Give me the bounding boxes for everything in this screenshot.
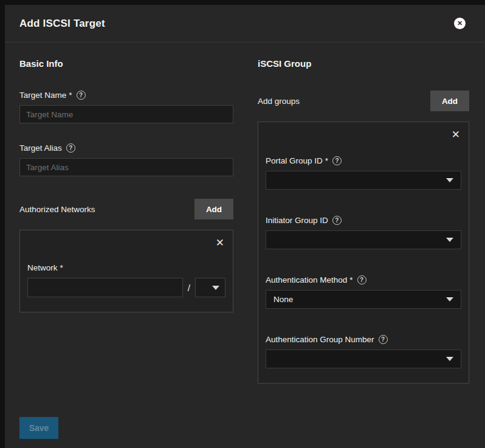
dialog-header: Add ISCSI Target ✕ xyxy=(5,5,485,43)
help-glyph: ? xyxy=(360,277,363,283)
target-name-label: Target Name xyxy=(19,91,66,100)
authentication-method-field: Authentication Method * ? None xyxy=(266,275,461,309)
help-glyph: ? xyxy=(69,145,72,151)
authorized-networks-row: Authorized Networks Add xyxy=(19,199,233,219)
help-icon[interactable]: ? xyxy=(357,275,366,284)
authentication-method-select[interactable]: None xyxy=(266,290,461,309)
iscsi-group-section: iSCSI Group Add groups Add ✕ Portal Grou… xyxy=(258,58,469,417)
target-alias-label-row: Target Alias ? xyxy=(19,143,233,153)
help-glyph: ? xyxy=(335,158,339,164)
authorized-networks-label: Authorized Networks xyxy=(19,205,95,214)
help-icon[interactable]: ? xyxy=(379,335,388,344)
remove-network-button[interactable]: ✕ xyxy=(215,236,225,249)
save-button[interactable]: Save xyxy=(19,417,58,439)
chevron-down-icon xyxy=(446,297,453,302)
required-marker: * xyxy=(325,156,328,165)
network-input[interactable] xyxy=(27,278,183,297)
close-dialog-button[interactable]: ✕ xyxy=(454,18,466,29)
dialog-title: Add ISCSI Target xyxy=(19,18,105,30)
dialog-body: Basic Info Target Name * ? Target Alias … xyxy=(5,43,485,417)
help-icon[interactable]: ? xyxy=(66,143,75,153)
initiator-group-id-select[interactable] xyxy=(266,230,461,249)
network-label-row: Network * xyxy=(27,263,225,272)
required-marker: * xyxy=(69,91,72,100)
network-card-close-row: ✕ xyxy=(27,236,225,249)
help-icon[interactable]: ? xyxy=(77,91,86,100)
help-icon[interactable]: ? xyxy=(332,216,342,225)
required-marker: * xyxy=(60,263,63,272)
required-marker: * xyxy=(349,275,353,284)
authentication-group-number-field: Authentication Group Number ? xyxy=(266,335,461,368)
add-groups-label: Add groups xyxy=(258,97,300,106)
initiator-group-id-label-row: Initiator Group ID ? xyxy=(266,216,461,225)
basic-info-title: Basic Info xyxy=(19,58,233,69)
authentication-method-value: None xyxy=(273,295,293,304)
basic-info-section: Basic Info Target Name * ? Target Alias … xyxy=(19,58,233,417)
authentication-group-number-select[interactable] xyxy=(266,350,461,368)
target-alias-label: Target Alias xyxy=(19,143,62,153)
dialog-footer: Save xyxy=(5,417,485,448)
authentication-group-number-label: Authentication Group Number xyxy=(266,335,374,344)
network-prefix-select[interactable] xyxy=(195,278,225,297)
target-name-input[interactable] xyxy=(19,105,233,123)
target-alias-input[interactable] xyxy=(19,158,233,176)
help-glyph: ? xyxy=(381,337,385,343)
close-icon: ✕ xyxy=(452,129,460,140)
chevron-down-icon xyxy=(446,238,453,242)
portal-group-id-label-row: Portal Group ID * ? xyxy=(266,156,461,165)
add-iscsi-target-dialog: Add ISCSI Target ✕ Basic Info Target Nam… xyxy=(5,5,485,448)
iscsi-group-card: ✕ Portal Group ID * ? xyxy=(258,122,469,384)
authentication-method-label: Authentication Method xyxy=(266,275,347,284)
portal-group-id-label: Portal Group ID xyxy=(266,156,323,165)
help-icon[interactable]: ? xyxy=(332,156,342,165)
initiator-group-id-field: Initiator Group ID ? xyxy=(266,216,461,249)
help-glyph: ? xyxy=(335,218,339,224)
authentication-group-number-label-row: Authentication Group Number ? xyxy=(266,335,461,344)
chevron-down-icon xyxy=(446,357,453,361)
iscsi-group-title: iSCSI Group xyxy=(258,58,469,69)
cidr-separator: / xyxy=(188,283,190,293)
portal-group-id-field: Portal Group ID * ? xyxy=(266,156,461,190)
chevron-down-icon xyxy=(446,178,453,182)
group-card-close-row: ✕ xyxy=(266,128,461,141)
target-name-label-row: Target Name * ? xyxy=(19,91,233,100)
add-network-button[interactable]: Add xyxy=(194,199,233,219)
help-glyph: ? xyxy=(79,92,83,98)
portal-group-id-select[interactable] xyxy=(266,171,461,190)
close-icon: ✕ xyxy=(457,20,463,27)
remove-group-button[interactable]: ✕ xyxy=(450,128,461,141)
chevron-down-icon xyxy=(212,286,219,290)
network-label: Network xyxy=(27,263,58,272)
authentication-method-label-row: Authentication Method * ? xyxy=(266,275,461,284)
network-input-row: / xyxy=(27,278,225,297)
close-icon: ✕ xyxy=(216,237,224,249)
network-card: ✕ Network * / xyxy=(19,230,233,312)
add-group-button[interactable]: Add xyxy=(430,91,469,111)
initiator-group-id-label: Initiator Group ID xyxy=(266,216,328,225)
add-groups-row: Add groups Add xyxy=(258,91,469,111)
